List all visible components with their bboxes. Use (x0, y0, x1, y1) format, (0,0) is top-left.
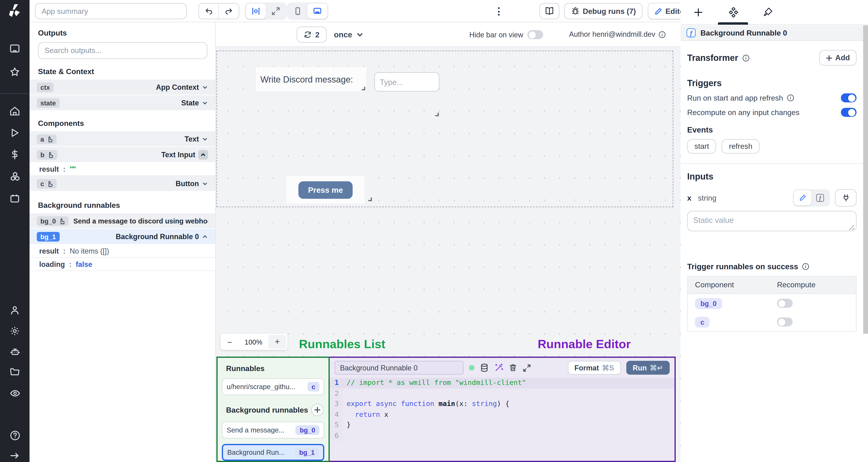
schedule-dropdown[interactable]: once (334, 27, 364, 43)
resize-handle[interactable] (435, 113, 439, 116)
format-button[interactable]: Format ⌘S (568, 361, 621, 375)
fullscreen-layout-button[interactable] (266, 4, 286, 19)
ai-wand-icon[interactable] (494, 363, 503, 372)
chevron-down-icon[interactable] (202, 100, 208, 106)
info-icon[interactable] (802, 263, 810, 270)
app-canvas[interactable]: Write Discord message: Press me − 100% +… (216, 47, 681, 462)
output-row-c[interactable]: c Button (30, 176, 215, 192)
desktop-view-button[interactable] (307, 4, 327, 19)
static-value-wrap (687, 207, 857, 234)
resize-handle[interactable] (368, 198, 372, 201)
recompute-bg0-toggle[interactable] (777, 299, 793, 308)
static-mode-button[interactable] (794, 190, 811, 205)
output-row-bg1[interactable]: bg_1 Background Runnable 0 (30, 229, 215, 244)
runnable-name-input[interactable] (335, 361, 464, 375)
text-component[interactable]: Write Discord message: (255, 67, 367, 92)
chevron-up-icon[interactable] (198, 150, 208, 159)
zoom-out-button[interactable]: − (221, 337, 239, 347)
press-me-button[interactable]: Press me (299, 181, 352, 199)
resources-icon[interactable] (10, 171, 21, 182)
variables-icon[interactable] (10, 150, 20, 160)
textinput-component[interactable] (374, 72, 439, 92)
expand-icon[interactable] (523, 364, 531, 372)
zoom-in-button[interactable]: + (268, 335, 286, 349)
info-icon[interactable] (658, 31, 666, 38)
add-runnable-button[interactable] (311, 403, 324, 416)
app-summary-input[interactable] (35, 3, 187, 19)
output-row-b[interactable]: b Text Input (30, 147, 215, 163)
home-icon[interactable] (10, 106, 20, 116)
scrollbar[interactable] (863, 25, 868, 462)
runs-icon[interactable] (10, 128, 20, 138)
chevron-down-icon[interactable] (202, 180, 208, 187)
events-title: Events (687, 125, 857, 134)
code-line[interactable]: 5} (330, 420, 675, 430)
code-line[interactable]: 2 (330, 388, 675, 399)
collapse-arrow-icon[interactable] (10, 451, 20, 461)
debug-runs-button[interactable]: Debug runs (7) (564, 3, 643, 19)
delete-icon[interactable] (509, 363, 517, 372)
static-value-input[interactable] (687, 211, 857, 231)
info-icon[interactable] (786, 94, 795, 102)
apps-icon[interactable] (10, 43, 20, 54)
connect-input-button[interactable] (835, 189, 857, 207)
chevron-down-icon[interactable] (202, 136, 208, 142)
recompute-c-toggle[interactable] (777, 318, 793, 327)
chevron-down-icon[interactable] (202, 84, 208, 90)
author-label: Author henri@windmill.dev (569, 30, 655, 38)
code-lines[interactable]: 1// import * as wmill from "windmill-cli… (330, 378, 675, 461)
runnable-item-bg0[interactable]: Send a message... bg_0 (222, 422, 324, 438)
scrollbar-thumb[interactable] (863, 25, 868, 334)
folders-icon[interactable] (10, 367, 20, 377)
docs-button[interactable] (539, 3, 559, 19)
code-line[interactable]: 1// import * as wmill from "windmill-cli… (330, 378, 675, 388)
tab-settings-active[interactable] (715, 0, 750, 25)
center-layout-button[interactable] (246, 4, 266, 19)
tab-insert[interactable] (681, 0, 715, 25)
runnable-bg0-badge: bg_0 (296, 425, 319, 435)
help-icon[interactable] (10, 430, 21, 441)
tab-styling[interactable] (750, 0, 785, 25)
chevron-up-icon[interactable] (202, 233, 208, 239)
search-outputs-input[interactable] (38, 42, 207, 59)
code-line[interactable]: 4 return x (330, 409, 675, 420)
schedules-icon[interactable] (10, 193, 20, 204)
add-transformer-button[interactable]: Add (819, 50, 857, 66)
format-shortcut: ⌘S (602, 364, 614, 372)
code-line[interactable]: 6 (330, 430, 675, 441)
runnable-item-bg1[interactable]: Background Run... bg_1 (222, 444, 324, 461)
undo-button[interactable] (199, 4, 219, 19)
bg-runnables-header: Background runnables (218, 395, 329, 416)
cache-icon[interactable] (480, 363, 489, 372)
settings-icon[interactable] (10, 326, 20, 336)
workers-icon[interactable] (10, 346, 21, 357)
resize-handle[interactable] (362, 87, 365, 90)
event-refresh-pill[interactable]: refresh (722, 139, 760, 154)
output-row-a[interactable]: a Text (30, 131, 215, 147)
more-menu-button[interactable] (495, 5, 502, 18)
run-on-start-toggle[interactable] (841, 93, 857, 102)
info-icon[interactable] (742, 54, 750, 62)
user-icon[interactable] (10, 305, 20, 316)
output-row-ctx[interactable]: ctx App Context (30, 79, 215, 95)
output-row-bg0[interactable]: bg_0 Send a message to discord using web… (30, 213, 215, 229)
mobile-view-button[interactable] (288, 4, 307, 19)
eval-mode-button[interactable]: ƒ (811, 190, 829, 205)
hide-bar-toggle[interactable] (527, 30, 543, 39)
event-start-pill[interactable]: start (687, 139, 716, 154)
bg1-result-row[interactable]: result : No items ([]) (30, 244, 215, 258)
code-line[interactable]: 3export async function main(x: string) { (330, 399, 675, 409)
output-row-state[interactable]: state State (30, 95, 215, 111)
windmill-logo-icon[interactable] (8, 4, 21, 18)
favorites-icon[interactable] (10, 67, 20, 77)
b-result-row[interactable]: result : "" (30, 163, 215, 176)
layout-toggle-group (245, 2, 287, 20)
audit-eye-icon[interactable] (10, 388, 21, 399)
refresh-count-button[interactable]: 2 (297, 27, 327, 43)
nav-rail (0, 0, 30, 462)
runnable-item-script[interactable]: u/henri/scrape_githu... c (222, 378, 324, 395)
bg1-loading-row[interactable]: loading : false (30, 258, 215, 271)
run-button[interactable]: Run ⌘↵ (626, 361, 670, 375)
recompute-toggle[interactable] (841, 108, 857, 117)
redo-button[interactable] (219, 4, 239, 19)
